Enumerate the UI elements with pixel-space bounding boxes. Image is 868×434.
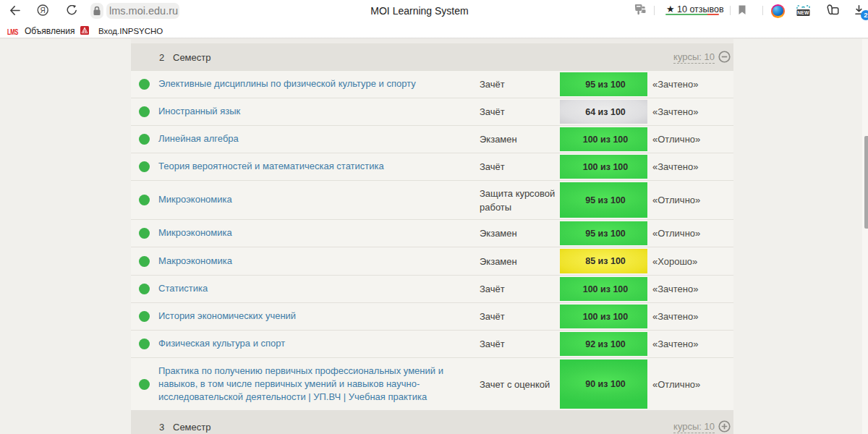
svg-text:Я: Я (41, 7, 46, 14)
svg-text:NEW: NEW (797, 10, 809, 15)
